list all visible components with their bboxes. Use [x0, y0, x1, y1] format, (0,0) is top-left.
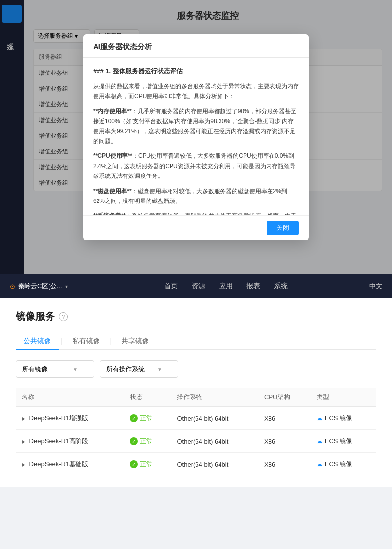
- cloud-icon: ☁: [317, 414, 323, 422]
- modal-overlay: AI服务器状态分析 ### 1. 整体服务器运行状态评估 从提供的数据来看，增值…: [0, 0, 392, 274]
- tab-shared-image[interactable]: 共享镜像: [114, 333, 157, 350]
- modal-point: **内存使用率**：几乎所有服务器的内存使用率都超过了90%，部分服务器甚至接近…: [93, 106, 299, 147]
- col-type: 类型: [311, 388, 376, 407]
- cell-image-type: ☁ECS 镜像: [311, 430, 376, 453]
- list-item: ▶ DeepSeek-R1高阶段 ✓ 正常 Other(64 bit) 64bi…: [16, 430, 376, 453]
- cell-image-type: ☁ECS 镜像: [311, 453, 376, 476]
- nav-apps[interactable]: 应用: [219, 280, 233, 293]
- os-type-label: 所有操作系统: [106, 365, 145, 374]
- nav-system[interactable]: 系统: [274, 280, 288, 293]
- image-type-dropdown[interactable]: 所有镜像 ▼: [16, 360, 94, 378]
- expand-arrow-icon[interactable]: ▶: [22, 416, 25, 421]
- col-cpu-arch: CPU架构: [258, 388, 311, 407]
- status-ok-icon: ✓: [130, 437, 138, 445]
- col-os: 操作系统: [171, 388, 258, 407]
- nav-home[interactable]: 首页: [164, 280, 178, 293]
- list-item: ▶ DeepSeek-R1基础版 ✓ 正常 Other(64 bit) 64bi…: [16, 453, 376, 476]
- cell-image-status: ✓ 正常: [124, 453, 172, 476]
- list-item: ▶ DeepSeek-R1增强版 ✓ 正常 Other(64 bit) 64bi…: [16, 407, 376, 430]
- expand-arrow-icon[interactable]: ▶: [22, 462, 25, 467]
- cell-image-os: Other(64 bit) 64bit: [171, 407, 258, 430]
- modal-intro: 从提供的数据来看，增值业务组的多台服务器均处于异常状态，主要表现为内存使用率极高…: [93, 81, 299, 101]
- expand-arrow-icon[interactable]: ▶: [22, 439, 25, 444]
- modal-point: **系统负载**：系统负载普遍较低，表明系统并未处于高负载状态。然而，由于内存使…: [93, 211, 299, 215]
- modal-points: **内存使用率**：几乎所有服务器的内存使用率都超过了90%，部分服务器甚至接近…: [93, 106, 299, 215]
- status-ok-icon: ✓: [130, 460, 138, 468]
- image-tabs: 公共镜像 | 私有镜像 | 共享镜像: [16, 333, 376, 350]
- modal-title: AI服务器状态分析: [83, 34, 309, 58]
- nav-reports[interactable]: 报表: [246, 280, 260, 293]
- image-table: 名称 状态 操作系统 CPU架构 类型 ▶ DeepSeek-R1增强版 ✓ 正…: [16, 388, 376, 475]
- status-ok-icon: ✓: [130, 414, 138, 422]
- cell-image-cpu: X86: [258, 430, 311, 453]
- cell-image-cpu: X86: [258, 407, 311, 430]
- page-heading: 镜像服务 ?: [16, 310, 376, 323]
- cloud-icon: ☁: [317, 437, 323, 445]
- image-table-header: 名称 状态 操作系统 CPU架构 类型: [16, 388, 376, 407]
- nav-lang[interactable]: 中文: [369, 282, 382, 291]
- cell-image-name: ▶ DeepSeek-R1高阶段: [16, 430, 124, 453]
- cell-image-os: Other(64 bit) 64bit: [171, 453, 258, 476]
- cell-image-status: ✓ 正常: [124, 407, 172, 430]
- modal-footer: 关闭: [83, 215, 309, 240]
- brand-label: 秦岭云C区(公...: [18, 282, 62, 291]
- image-service-content: 镜像服务 ? 公共镜像 | 私有镜像 | 共享镜像 所有镜像 ▼ 所有操作系统 …: [0, 298, 392, 487]
- modal-body: ### 1. 整体服务器运行状态评估 从提供的数据来看，增值业务组的多台服务器均…: [83, 58, 309, 215]
- monitor-section: 系统 服务器状态监控 选择服务器组 ▾ 选择项目 ▾ 服务器组 项目名称 服务器: [0, 0, 392, 274]
- tab-public-image[interactable]: 公共镜像: [16, 333, 59, 350]
- modal-point: **磁盘使用率**：磁盘使用率相对较低，大多数服务器的磁盘使用率在2%到62%之…: [93, 186, 299, 206]
- tab-divider-1: |: [59, 333, 65, 349]
- cloud-icon: ☁: [317, 460, 323, 468]
- ai-analysis-modal: AI服务器状态分析 ### 1. 整体服务器运行状态评估 从提供的数据来看，增值…: [83, 34, 309, 240]
- image-filters-row: 所有镜像 ▼ 所有操作系统 ▼: [16, 360, 376, 378]
- chevron-down-icon: ▼: [157, 367, 162, 372]
- location-icon: ⊙: [10, 283, 15, 290]
- col-name: 名称: [16, 388, 124, 407]
- navbar: ⊙ 秦岭云C区(公... ▾ 首页 资源 应用 报表 系统 中文: [0, 274, 392, 298]
- brand-arrow-icon: ▾: [65, 284, 68, 289]
- cell-image-status: ✓ 正常: [124, 430, 172, 453]
- modal-heading: ### 1. 整体服务器运行状态评估: [93, 66, 299, 76]
- cell-image-name: ▶ DeepSeek-R1基础版: [16, 453, 124, 476]
- modal-point: **CPU使用率**：CPU使用率普遍较低，大多数服务器的CPU使用率在0.0%…: [93, 151, 299, 181]
- image-type-label: 所有镜像: [22, 365, 48, 374]
- tab-private-image[interactable]: 私有镜像: [65, 333, 108, 350]
- cell-image-cpu: X86: [258, 453, 311, 476]
- bottom-section: ⊙ 秦岭云C区(公... ▾ 首页 资源 应用 报表 系统 中文 镜像服务 ? …: [0, 274, 392, 487]
- chevron-down-icon: ▼: [73, 367, 78, 372]
- help-icon[interactable]: ?: [59, 312, 68, 321]
- col-status: 状态: [124, 388, 172, 407]
- cell-image-type: ☁ECS 镜像: [311, 407, 376, 430]
- os-type-dropdown[interactable]: 所有操作系统 ▼: [100, 360, 178, 378]
- cell-image-os: Other(64 bit) 64bit: [171, 430, 258, 453]
- page-title: 镜像服务: [16, 310, 55, 323]
- nav-resources[interactable]: 资源: [192, 280, 205, 293]
- nav-items: 首页 资源 应用 报表 系统: [82, 280, 369, 293]
- tab-divider-2: |: [108, 333, 114, 349]
- cell-image-name: ▶ DeepSeek-R1增强版: [16, 407, 124, 430]
- close-modal-button[interactable]: 关闭: [267, 221, 299, 235]
- image-table-container: 名称 状态 操作系统 CPU架构 类型 ▶ DeepSeek-R1增强版 ✓ 正…: [16, 388, 376, 475]
- nav-brand[interactable]: ⊙ 秦岭云C区(公... ▾: [10, 282, 68, 291]
